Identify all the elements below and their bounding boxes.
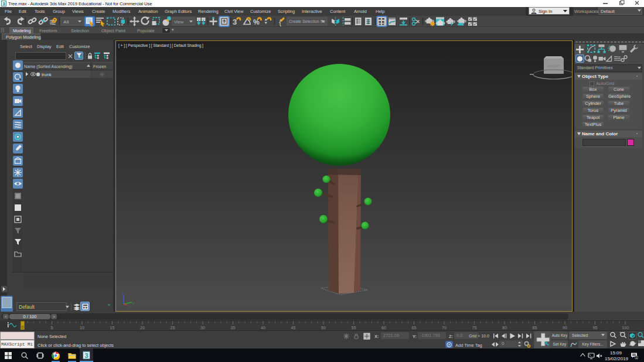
svg-text:85: 85 bbox=[533, 326, 537, 330]
svg-text:{: { bbox=[279, 18, 282, 26]
svg-text:45: 45 bbox=[291, 326, 296, 330]
svg-text:100: 100 bbox=[622, 326, 629, 330]
svg-text:y: y bbox=[132, 301, 134, 305]
svg-text:55: 55 bbox=[352, 326, 356, 330]
svg-text:3: 3 bbox=[84, 352, 88, 359]
svg-text:95: 95 bbox=[593, 326, 598, 330]
svg-text:5: 5 bbox=[51, 326, 53, 330]
svg-text:65: 65 bbox=[412, 326, 417, 330]
svg-text:20: 20 bbox=[140, 326, 145, 330]
svg-text:Create Selection Se: Create Selection Se bbox=[289, 19, 325, 23]
svg-text:35: 35 bbox=[231, 326, 236, 330]
svg-text:30: 30 bbox=[200, 326, 205, 330]
svg-text:25: 25 bbox=[171, 326, 175, 330]
svg-text:z: z bbox=[122, 292, 124, 295]
svg-text:80: 80 bbox=[502, 326, 507, 330]
svg-text:1: 1 bbox=[636, 356, 638, 359]
svg-text:3: 3 bbox=[2, 1, 5, 6]
svg-text:%: % bbox=[253, 18, 260, 26]
svg-text:3: 3 bbox=[233, 18, 237, 26]
svg-text:All: All bbox=[63, 19, 69, 25]
svg-text:50: 50 bbox=[321, 326, 326, 330]
svg-text:70: 70 bbox=[442, 326, 447, 330]
svg-text:View: View bbox=[174, 19, 184, 25]
svg-text:15: 15 bbox=[110, 326, 115, 330]
svg-text:60: 60 bbox=[381, 326, 386, 330]
svg-text:10: 10 bbox=[80, 326, 84, 330]
svg-text:40: 40 bbox=[261, 326, 265, 330]
svg-text:FRONT: FRONT bbox=[548, 64, 560, 68]
svg-text:75: 75 bbox=[472, 326, 477, 330]
svg-text:90: 90 bbox=[563, 326, 567, 330]
